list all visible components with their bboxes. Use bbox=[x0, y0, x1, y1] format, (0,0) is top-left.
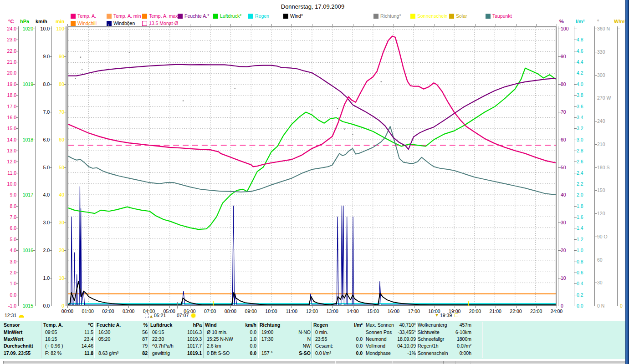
axis-tick bbox=[574, 206, 577, 207]
axis-header-min: min bbox=[56, 19, 65, 24]
axis-tick bbox=[574, 283, 577, 284]
x-axis-tick bbox=[291, 306, 292, 308]
axis-tick bbox=[574, 128, 577, 129]
legend-label: Solar bbox=[456, 14, 467, 19]
x-axis-label: 22:00 bbox=[506, 308, 526, 314]
x-axis-tick bbox=[414, 306, 414, 308]
legend-item-temp-a-max[interactable]: Temp. A. max bbox=[142, 13, 178, 19]
sunset-arrow-icon bbox=[435, 314, 438, 317]
stats-col-unit: % bbox=[97, 322, 148, 328]
axis-tick bbox=[16, 162, 18, 162]
axis-tick bbox=[574, 228, 577, 228]
legend-label: Temp. A. max bbox=[149, 14, 178, 19]
stats-column-divider bbox=[364, 322, 365, 358]
wind-direction-dot bbox=[75, 78, 76, 79]
wind-direction-dot bbox=[337, 108, 338, 109]
axis-tick-label: 80 bbox=[44, 81, 64, 87]
temp-a-min-swatch-icon bbox=[107, 14, 112, 19]
axis-tick bbox=[16, 217, 18, 217]
windboeen-swatch-icon bbox=[107, 21, 112, 26]
axis-tick bbox=[595, 52, 597, 52]
axis-tick bbox=[574, 306, 577, 306]
axis-tick-label: 15.0 bbox=[0, 126, 16, 131]
axis-header-pct: % bbox=[559, 19, 564, 24]
x-axis-tick bbox=[67, 306, 68, 308]
stats-cell-value: 0.0 bbox=[205, 350, 256, 356]
stats-cell-value: 1017.7 bbox=[150, 343, 202, 349]
axis-tick bbox=[574, 51, 577, 51]
axis-header-kmh: km/h bbox=[36, 19, 47, 24]
stats-cell-label: 0 min. bbox=[315, 329, 328, 335]
x-axis-top-tick bbox=[88, 24, 88, 26]
x-axis-top-tick bbox=[536, 24, 537, 26]
axis-tick bbox=[16, 117, 18, 118]
axis-tick bbox=[574, 217, 577, 217]
axis-tick bbox=[595, 260, 597, 260]
legend-label: Wind* bbox=[290, 14, 303, 19]
legend-item-windchill[interactable]: Windchill bbox=[71, 20, 97, 26]
x-axis-tick bbox=[475, 306, 476, 308]
legend-item-windboeen[interactable]: Windböen bbox=[107, 20, 135, 26]
x-axis-top-tick bbox=[435, 24, 435, 26]
stats-column-divider bbox=[41, 322, 42, 358]
axis-tick bbox=[574, 117, 577, 118]
stats-col-header: Richtung bbox=[260, 322, 281, 328]
moonset-icon bbox=[145, 313, 149, 318]
axis-tick-label: 1.6 bbox=[577, 214, 597, 220]
wind-direction-dot bbox=[381, 81, 382, 82]
legend-item-luftdruck[interactable]: Luftdruck* bbox=[213, 13, 241, 19]
axis-tick-label: 0.0 bbox=[577, 303, 597, 308]
axis-tick bbox=[595, 29, 597, 29]
legend-item-feuchte-a[interactable]: Feuchte A.* bbox=[178, 13, 209, 19]
x-axis-top-tick bbox=[516, 24, 516, 26]
x-axis-label: 12:00 bbox=[302, 308, 322, 314]
axis-tick bbox=[574, 106, 577, 107]
x-axis-label: 21:00 bbox=[486, 308, 506, 314]
status-bar bbox=[0, 361, 625, 364]
sunrise-sun-icon bbox=[191, 313, 195, 318]
x-axis-top-tick bbox=[108, 24, 109, 26]
plot-left-edge bbox=[66, 26, 66, 306]
x-axis-top-tick bbox=[414, 24, 414, 26]
axis-tick bbox=[574, 40, 577, 40]
axis-tick-label: 3.8 bbox=[577, 92, 597, 98]
wind-direction-dot bbox=[235, 88, 235, 89]
axis-tick bbox=[64, 306, 66, 306]
monat-avg-swatch-icon bbox=[142, 21, 147, 26]
axis-tick-label: 0 bbox=[44, 303, 64, 308]
axis-tick-label: 2.6 bbox=[577, 159, 597, 164]
x-axis-label: 24:00 bbox=[547, 308, 567, 314]
axis-tick-label: 150 bbox=[597, 187, 617, 193]
axis-tick bbox=[558, 140, 561, 140]
stats-info-value: 18.09.09 bbox=[366, 336, 416, 342]
axis-tick-label: 1.4 bbox=[577, 225, 597, 231]
axis-tick-label: 50 bbox=[44, 165, 64, 170]
legend-item-temp-a-min[interactable]: Temp. A. min bbox=[107, 13, 141, 19]
axis-tick-label: 10 bbox=[44, 275, 64, 281]
stats-cell-value: 11.8 bbox=[43, 350, 93, 356]
stats-table: SensorMinWertMaxWertDurchschnitt17.09. 2… bbox=[0, 321, 625, 359]
axis-tick bbox=[16, 184, 18, 184]
legend-item-taupunkt[interactable]: Taupunkt bbox=[486, 13, 512, 19]
axis-tick bbox=[618, 306, 620, 306]
axis-tick-label: 300 bbox=[597, 72, 617, 78]
legend-item-richtung[interactable]: Richtung* bbox=[373, 13, 401, 19]
legend-item-temp-a[interactable]: Temp. A. bbox=[71, 13, 96, 19]
axis-line-min bbox=[66, 26, 66, 306]
wind-direction-dot bbox=[82, 69, 82, 70]
stats-cell-value: 0.0 bbox=[205, 343, 256, 349]
axis-tick-label: 3.0 bbox=[0, 259, 16, 264]
axis-tick-label: 20.0 bbox=[0, 70, 16, 76]
wind-swatch-icon bbox=[283, 14, 288, 19]
legend-item-sonnenschein[interactable]: Sonnenschein bbox=[410, 13, 448, 19]
axis-tick-label: 30 bbox=[44, 220, 64, 225]
legend-item-wind[interactable]: Wind* bbox=[283, 13, 303, 19]
legend-item-regen[interactable]: Regen bbox=[248, 13, 269, 19]
legend-item-solar[interactable]: Solar bbox=[449, 13, 467, 19]
axis-tick-label: 0.8 bbox=[577, 259, 597, 264]
x-axis-top-tick bbox=[169, 24, 170, 26]
legend-label: 13.5 Monat-Ø bbox=[149, 21, 178, 26]
stats-cell-value: 23.4 bbox=[43, 336, 93, 342]
axis-tick bbox=[595, 98, 597, 98]
legend-item-monat-avg[interactable]: 13.5 Monat-Ø bbox=[142, 20, 178, 26]
